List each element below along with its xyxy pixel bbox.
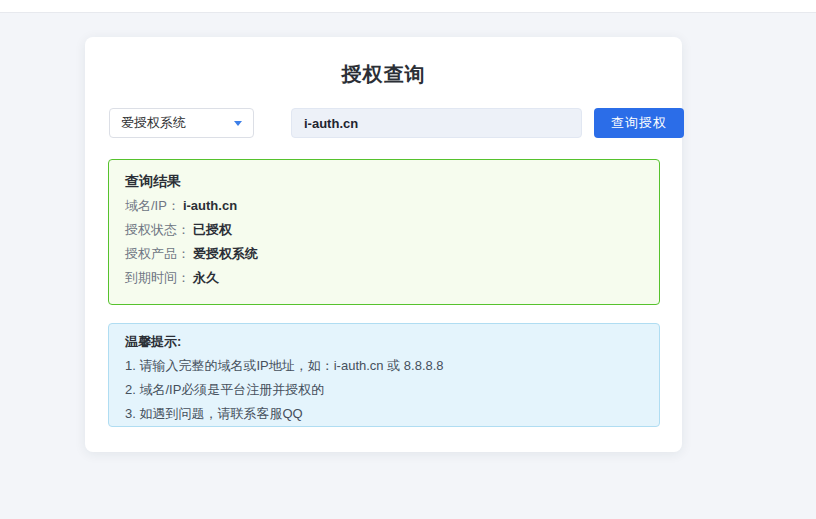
result-row-domain: 域名/IP：i-auth.cn	[125, 199, 643, 213]
result-label: 域名/IP：	[125, 198, 180, 213]
query-form: 爱授权系统 查询授权	[109, 108, 660, 138]
tips-title: 温馨提示:	[125, 335, 643, 349]
page: 授权查询 爱授权系统 查询授权 查询结果 域名/IP：i-auth.cn 授权状…	[0, 0, 816, 519]
product-select[interactable]: 爱授权系统	[109, 108, 254, 138]
query-result-panel: 查询结果 域名/IP：i-auth.cn 授权状态：已授权 授权产品：爱授权系统…	[108, 159, 660, 305]
domain-input[interactable]	[291, 108, 582, 138]
top-strip	[0, 0, 816, 13]
product-select-value: 爱授权系统	[121, 114, 186, 132]
result-value: 永久	[193, 270, 219, 285]
chevron-down-icon	[234, 121, 242, 126]
tips-item: 2. 域名/IP必须是平台注册并授权的	[125, 383, 643, 397]
result-label: 授权状态：	[125, 222, 190, 237]
result-title: 查询结果	[125, 173, 643, 189]
result-label: 到期时间：	[125, 270, 190, 285]
result-row-expiry: 到期时间：永久	[125, 271, 643, 285]
page-title: 授权查询	[85, 61, 682, 88]
result-row-status: 授权状态：已授权	[125, 223, 643, 237]
result-value: 爱授权系统	[193, 246, 258, 261]
tips-item: 3. 如遇到问题，请联系客服QQ	[125, 407, 643, 421]
result-label: 授权产品：	[125, 246, 190, 261]
result-value: i-auth.cn	[183, 198, 237, 213]
query-auth-button[interactable]: 查询授权	[594, 108, 684, 138]
result-row-product: 授权产品：爱授权系统	[125, 247, 643, 261]
auth-query-card: 授权查询 爱授权系统 查询授权 查询结果 域名/IP：i-auth.cn 授权状…	[85, 37, 682, 452]
tips-item: 1. 请输入完整的域名或IP地址，如：i-auth.cn 或 8.8.8.8	[125, 359, 643, 373]
tips-panel: 温馨提示: 1. 请输入完整的域名或IP地址，如：i-auth.cn 或 8.8…	[108, 323, 660, 427]
result-value: 已授权	[193, 222, 232, 237]
